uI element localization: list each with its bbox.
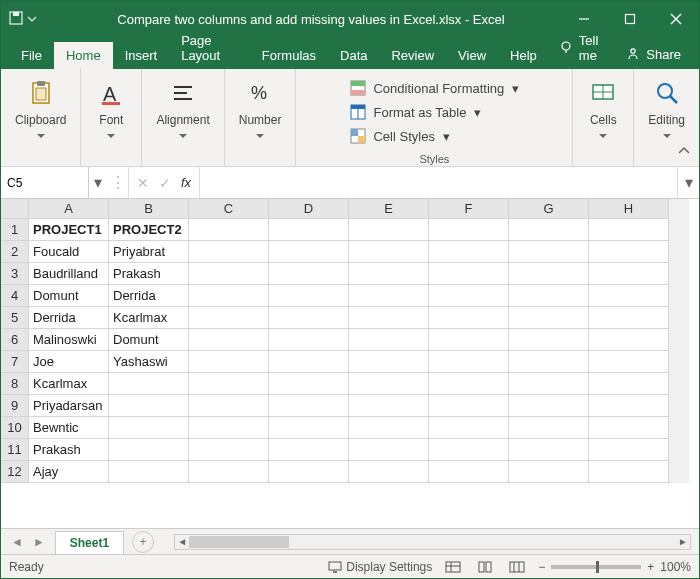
cell-G1[interactable] [509,219,589,241]
cell-B1[interactable]: PROJECT2 [109,219,189,241]
conditional-formatting-button[interactable]: Conditional Formatting ▾ [349,77,519,99]
cell-A12[interactable]: Ajay [29,461,109,483]
cell-A11[interactable]: Prakash [29,439,109,461]
row-header[interactable]: 12 [1,461,29,483]
cell-F11[interactable] [429,439,509,461]
tab-file[interactable]: File [9,42,54,69]
sheet-tab[interactable]: Sheet1 [55,531,124,554]
row-header[interactable]: 2 [1,241,29,263]
font-button[interactable]: A Font [87,73,135,149]
cell-C10[interactable] [189,417,269,439]
cell-C6[interactable] [189,329,269,351]
cell-A4[interactable]: Domunt [29,285,109,307]
cell-B4[interactable]: Derrida [109,285,189,307]
column-header[interactable]: G [509,199,589,219]
cell-B2[interactable]: Priyabrat [109,241,189,263]
row-header[interactable]: 9 [1,395,29,417]
page-layout-view-button[interactable] [474,558,496,576]
cell-F10[interactable] [429,417,509,439]
vertical-scrollbar[interactable] [669,199,689,219]
tab-help[interactable]: Help [498,42,549,69]
column-header[interactable]: C [189,199,269,219]
insert-function-button[interactable]: fx [181,175,191,190]
cell-F6[interactable] [429,329,509,351]
cell-C1[interactable] [189,219,269,241]
cell-H4[interactable] [589,285,669,307]
cell-D7[interactable] [269,351,349,373]
cell-B11[interactable] [109,439,189,461]
tab-data[interactable]: Data [328,42,379,69]
cell-F3[interactable] [429,263,509,285]
cell-C4[interactable] [189,285,269,307]
cell-G4[interactable] [509,285,589,307]
cell-D5[interactable] [269,307,349,329]
cell-C11[interactable] [189,439,269,461]
enter-formula-icon[interactable]: ✓ [159,175,171,191]
column-header[interactable]: E [349,199,429,219]
cell-A1[interactable]: PROJECT1 [29,219,109,241]
cell-E6[interactable] [349,329,429,351]
expand-formula-bar[interactable]: ▾ [677,167,699,198]
cell-F1[interactable] [429,219,509,241]
cell-G3[interactable] [509,263,589,285]
column-header[interactable]: H [589,199,669,219]
cell-E1[interactable] [349,219,429,241]
cell-B10[interactable] [109,417,189,439]
cell-D8[interactable] [269,373,349,395]
select-all-corner[interactable] [1,199,29,219]
cell-D11[interactable] [269,439,349,461]
page-break-view-button[interactable] [506,558,528,576]
cell-G9[interactable] [509,395,589,417]
cell-F4[interactable] [429,285,509,307]
cell-H8[interactable] [589,373,669,395]
cell-A2[interactable]: Foucald [29,241,109,263]
cell-E10[interactable] [349,417,429,439]
column-header[interactable]: B [109,199,189,219]
cell-H7[interactable] [589,351,669,373]
name-box[interactable] [7,176,82,190]
spreadsheet-grid[interactable]: ABCDEFGH1PROJECT1PROJECT22FoucaldPriyabr… [1,199,699,528]
cell-G11[interactable] [509,439,589,461]
cell-styles-button[interactable]: Cell Styles ▾ [349,125,519,147]
zoom-in-button[interactable]: + [647,560,654,574]
cell-H6[interactable] [589,329,669,351]
close-button[interactable] [653,1,699,37]
cell-B6[interactable]: Domunt [109,329,189,351]
name-box-dropdown[interactable]: ▾ [89,167,107,198]
cell-A5[interactable]: Derrida [29,307,109,329]
cell-C12[interactable] [189,461,269,483]
cell-B8[interactable] [109,373,189,395]
cell-H3[interactable] [589,263,669,285]
tell-me[interactable]: Tell me [549,27,616,69]
cell-B7[interactable]: Yashaswi [109,351,189,373]
cell-A8[interactable]: Kcarlmax [29,373,109,395]
cell-B5[interactable]: Kcarlmax [109,307,189,329]
zoom-slider[interactable] [551,565,641,569]
cell-A6[interactable]: Malinoswki [29,329,109,351]
titlebar-dropdown-icon[interactable] [27,12,37,27]
cell-G6[interactable] [509,329,589,351]
cell-D10[interactable] [269,417,349,439]
tab-home[interactable]: Home [54,42,113,69]
row-header[interactable]: 11 [1,439,29,461]
cell-F9[interactable] [429,395,509,417]
tab-review[interactable]: Review [379,42,446,69]
cell-D6[interactable] [269,329,349,351]
cell-C5[interactable] [189,307,269,329]
tab-formulas[interactable]: Formulas [250,42,328,69]
number-button[interactable]: % Number [231,73,290,149]
cell-C9[interactable] [189,395,269,417]
row-header[interactable]: 6 [1,329,29,351]
cell-F8[interactable] [429,373,509,395]
zoom-out-button[interactable]: − [538,560,545,574]
row-header[interactable]: 7 [1,351,29,373]
cell-C3[interactable] [189,263,269,285]
row-header[interactable]: 10 [1,417,29,439]
scrollbar-thumb[interactable] [189,536,289,548]
tab-page-layout[interactable]: Page Layout [169,27,250,69]
row-header[interactable]: 8 [1,373,29,395]
autosave-icon[interactable] [9,11,23,28]
cell-G8[interactable] [509,373,589,395]
column-header[interactable]: D [269,199,349,219]
cell-F5[interactable] [429,307,509,329]
